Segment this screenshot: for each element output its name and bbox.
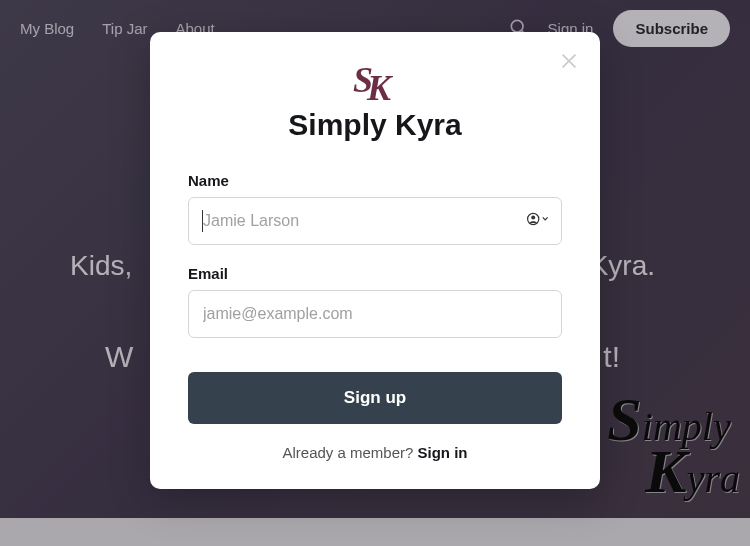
- already-member-text: Already a member?: [282, 444, 417, 461]
- name-label: Name: [188, 172, 562, 189]
- logo-k-icon: K: [367, 76, 391, 101]
- modal-logo: SK: [188, 72, 562, 100]
- contact-dropdown-icon[interactable]: [526, 211, 550, 231]
- signup-modal: SK Simply Kyra Name Email Sign up Alread…: [150, 32, 600, 489]
- email-input[interactable]: [188, 290, 562, 338]
- signin-prompt: Already a member? Sign in: [188, 444, 562, 461]
- signup-button[interactable]: Sign up: [188, 372, 562, 424]
- svg-point-5: [531, 215, 535, 219]
- modal-title: Simply Kyra: [188, 108, 562, 142]
- text-cursor: [202, 210, 203, 232]
- close-button[interactable]: [558, 50, 582, 74]
- name-input[interactable]: [188, 197, 562, 245]
- signin-link[interactable]: Sign in: [418, 444, 468, 461]
- email-label: Email: [188, 265, 562, 282]
